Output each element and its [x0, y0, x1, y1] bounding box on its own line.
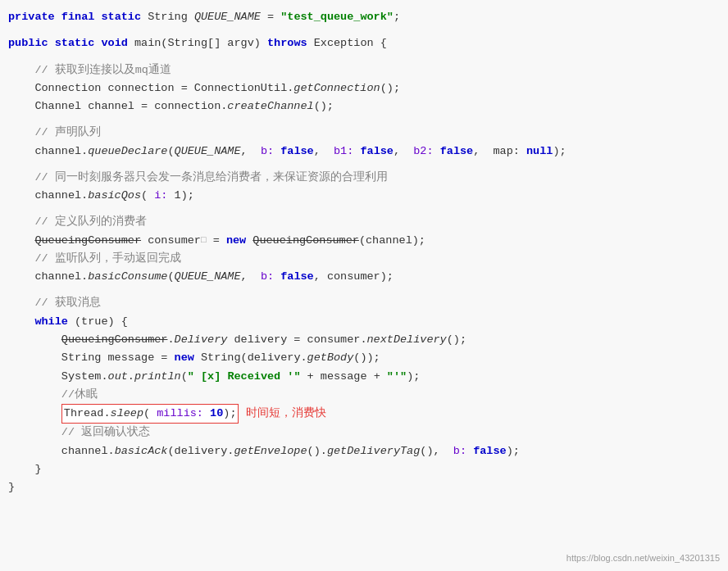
code-line-1: private final static String QUEUE_NAME =…: [8, 8, 715, 26]
code-line-while: while (true) {: [8, 313, 715, 331]
code-line-comment5: // 监听队列，手动返回完成: [8, 250, 715, 268]
blank-line: [8, 161, 715, 169]
code-line-2: public static void main(String[] argv) t…: [8, 34, 715, 52]
code-line-5: channel.queueDeclare(QUEUE_NAME, b: fals…: [8, 143, 715, 161]
annotation-text: 时间短，消费快: [246, 406, 326, 419]
code-line-10: String message = new String(delivery.get…: [8, 349, 715, 367]
code-line-comment7: //休眠: [8, 386, 715, 404]
code-line-11: System.out.println(" [x] Received '" + m…: [8, 368, 715, 386]
code-line-12: channel.basicAck(delivery.getEnvelope().…: [8, 442, 715, 460]
code-line-sleep: Thread.sleep( millis: 10); 时间短，消费快: [8, 404, 715, 424]
code-line-comment1: // 获取到连接以及mq通道: [8, 61, 715, 79]
code-line-close1: }: [8, 460, 715, 478]
blank-line: [8, 286, 715, 294]
code-line-comment4: // 定义队列的消费者: [8, 213, 715, 231]
sleep-highlight-box: Thread.sleep( millis: 10);: [61, 404, 239, 424]
code-line-6: channel.basicQos( i: 1);: [8, 187, 715, 205]
code-viewer: private final static String QUEUE_NAME =…: [0, 0, 728, 571]
code-line-4: Channel channel = connection.createChann…: [8, 97, 715, 116]
code-line-7: QueueingConsumer consumer□ = new Queuein…: [8, 232, 715, 250]
code-line-comment6: // 获取消息: [8, 294, 715, 312]
code-line-comment8: // 返回确认状态: [8, 424, 715, 442]
blank-line: [8, 26, 715, 34]
code-line-3: Connection connection = ConnectionUtil.g…: [8, 79, 715, 97]
code-line-comment3: // 同一时刻服务器只会发一条消息给消费者，来保证资源的合理利用: [8, 169, 715, 187]
blank-line: [8, 53, 715, 61]
code-line-9: QueueingConsumer.Delivery delivery = con…: [8, 331, 715, 349]
code-line-close2: }: [8, 478, 715, 496]
code-line-comment2: // 声明队列: [8, 124, 715, 142]
blank-line: [8, 116, 715, 124]
code-line-8: channel.basicConsume(QUEUE_NAME, b: fals…: [8, 268, 715, 286]
blank-line: [8, 205, 715, 213]
footer-url: https://blog.csdn.net/weixin_43201315: [566, 551, 720, 566]
